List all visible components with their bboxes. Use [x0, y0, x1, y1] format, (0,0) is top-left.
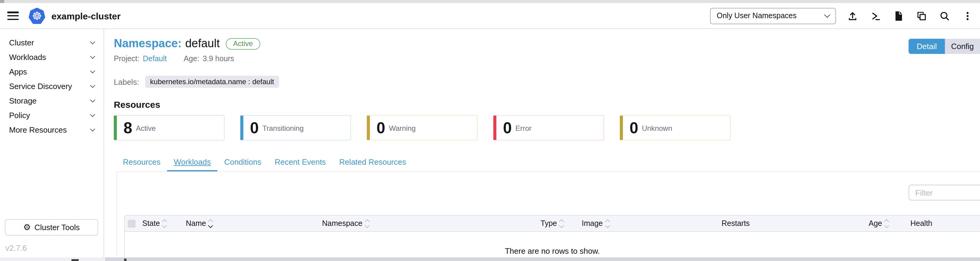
sidebar-item-label: Policy: [9, 110, 30, 119]
resource-meta: Project: Default Age: 3.9 hours: [114, 54, 980, 63]
status-card-error: 0 Error: [493, 115, 604, 140]
tab-workloads[interactable]: Workloads: [167, 154, 217, 171]
labels-row: Labels: kubernetes.io/metadata.name : de…: [114, 76, 980, 88]
sidebar-item-label: Workloads: [9, 53, 46, 62]
chevron-down-icon: [90, 68, 95, 73]
sort-icon: [163, 220, 166, 227]
column-header-age[interactable]: Age: [869, 219, 910, 228]
sidebar-item-storage[interactable]: Storage: [0, 93, 103, 108]
status-card-transitioning: 0 Transitioning: [240, 115, 351, 140]
kubernetes-logo-icon: [29, 8, 45, 24]
status-card-unknown: 0 Unknown: [620, 115, 730, 140]
namespace-filter-dropdown[interactable]: Only User Namespaces: [710, 8, 836, 24]
column-header-state[interactable]: State: [142, 219, 186, 228]
sidebar-item-label: Service Discovery: [9, 81, 72, 91]
filter-input[interactable]: [908, 185, 980, 201]
namespace-filter-value: Only User Namespaces: [717, 11, 797, 20]
column-header-image[interactable]: Image: [582, 219, 722, 228]
cluster-title: example-cluster: [51, 11, 121, 21]
age-value: 3.9 hours: [202, 54, 234, 63]
kubectl-shell-icon[interactable]: [870, 10, 881, 21]
project-link[interactable]: Default: [143, 54, 167, 63]
resource-name: default: [185, 37, 220, 50]
download-kubeconfig-icon[interactable]: [893, 10, 904, 21]
column-header-health[interactable]: Health: [910, 219, 980, 228]
status-badge: Active: [226, 38, 260, 49]
age-pair: Age: 3.9 hours: [184, 54, 235, 63]
column-label: Restarts: [722, 219, 750, 228]
column-header-type[interactable]: Type: [541, 219, 582, 228]
view-switch: Detail Config: [908, 39, 980, 54]
tab-conditions[interactable]: Conditions: [218, 154, 268, 171]
hamburger-menu-icon[interactable]: [7, 11, 19, 20]
bottom-bar: [0, 257, 980, 261]
sidebar-item-service-discovery[interactable]: Service Discovery: [0, 79, 103, 93]
tab-related-resources[interactable]: Related Resources: [332, 154, 413, 171]
detail-button[interactable]: Detail: [908, 39, 945, 54]
status-card-bar: [240, 116, 243, 140]
gear-icon: [23, 223, 31, 232]
kebab-menu-icon[interactable]: [962, 10, 973, 21]
workloads-tab-panel: State Name Namespace Type Image Restarts…: [116, 171, 980, 257]
cluster-tools-button[interactable]: Cluster Tools: [5, 219, 98, 236]
bottom-bar-left-segment: [0, 257, 106, 261]
sort-icon: [365, 220, 369, 227]
resource-status-cards: 8 Active 0 Transitioning 0 Warning 0 Err…: [114, 115, 980, 140]
sidebar-nav: Cluster Workloads Apps Service Discovery…: [0, 29, 104, 257]
column-label: Health: [910, 219, 932, 228]
column-header-name[interactable]: Name: [186, 219, 322, 228]
status-card-label: Warning: [389, 124, 416, 133]
search-icon[interactable]: [939, 10, 950, 21]
status-card-label: Error: [515, 124, 531, 133]
status-card-active: 8 Active: [114, 115, 224, 140]
resource-kind-link[interactable]: Namespace:: [114, 37, 181, 50]
status-card-bar: [114, 116, 117, 140]
copy-kubeconfig-icon[interactable]: [916, 10, 927, 21]
status-card-warning: 0 Warning: [367, 115, 477, 140]
app-header: example-cluster Only User Namespaces: [0, 3, 980, 29]
sort-icon: [209, 220, 212, 227]
chevron-down-icon: [824, 12, 830, 18]
status-card-count: 8: [124, 120, 132, 136]
bottom-bar-glyph: [72, 259, 79, 261]
sidebar-item-cluster[interactable]: Cluster: [0, 35, 103, 50]
sidebar-item-apps[interactable]: Apps: [0, 64, 103, 79]
sort-icon: [885, 220, 889, 227]
import-yaml-icon[interactable]: [847, 10, 858, 21]
select-all-cell: [128, 220, 142, 228]
table-body: There are no rows to show.: [125, 232, 980, 257]
column-label: Type: [541, 219, 557, 228]
app-viewport: example-cluster Only User Namespaces: [0, 0, 980, 261]
chevron-down-icon: [90, 97, 95, 102]
status-card-label: Transitioning: [262, 124, 304, 133]
tab-recent-events[interactable]: Recent Events: [268, 154, 332, 171]
browser-top-strip: [0, 0, 980, 3]
cluster-tools-label: Cluster Tools: [35, 223, 80, 232]
sort-icon: [606, 220, 609, 227]
column-header-namespace[interactable]: Namespace: [322, 219, 541, 228]
empty-rows-message: There are no rows to show.: [505, 246, 600, 255]
status-card-count: 0: [630, 120, 638, 136]
app-shell: Cluster Workloads Apps Service Discovery…: [0, 29, 980, 257]
labels-label: Labels:: [114, 77, 139, 86]
tab-resources[interactable]: Resources: [116, 154, 167, 171]
select-all-checkbox[interactable]: [128, 220, 135, 228]
sidebar-item-label: Storage: [9, 96, 37, 105]
column-label: Image: [582, 219, 603, 228]
header-icon-bar: [847, 10, 973, 21]
workloads-table: State Name Namespace Type Image Restarts…: [124, 215, 980, 257]
chevron-down-icon: [90, 39, 95, 44]
version-label: v2.7.6: [5, 243, 27, 253]
detail-tabs: Resources Workloads Conditions Recent Ev…: [116, 154, 980, 171]
column-header-restarts[interactable]: Restarts: [722, 219, 869, 228]
status-card-label: Unknown: [642, 124, 672, 133]
chevron-down-icon: [90, 112, 95, 117]
column-label: State: [142, 219, 160, 228]
sidebar-item-more-resources[interactable]: More Resources: [0, 123, 103, 137]
status-card-bar: [620, 116, 623, 140]
column-label: Name: [186, 219, 206, 228]
config-button[interactable]: Config: [945, 39, 980, 54]
header-actions: Only User Namespaces: [710, 8, 973, 24]
sidebar-item-workloads[interactable]: Workloads: [0, 50, 103, 64]
sidebar-item-policy[interactable]: Policy: [0, 108, 103, 123]
